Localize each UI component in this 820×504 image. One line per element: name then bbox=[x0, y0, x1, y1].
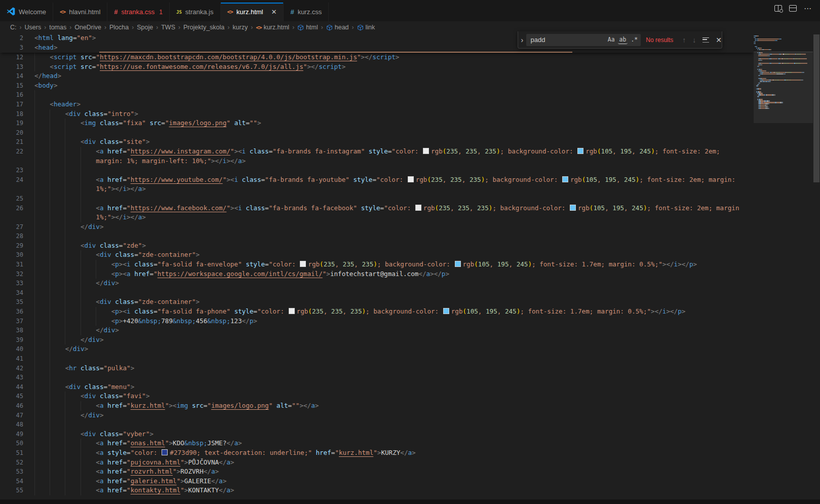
line-number[interactable]: 47 bbox=[0, 411, 23, 420]
color-swatch[interactable] bbox=[570, 205, 576, 211]
code-line-33[interactable]: 33 </div> bbox=[0, 279, 754, 288]
line-number[interactable]: 14 bbox=[0, 71, 23, 81]
code-line-23[interactable]: 23 bbox=[0, 166, 754, 175]
code-line-19[interactable]: 19 <img class="fixa" src="images/logo.pn… bbox=[0, 119, 754, 128]
color-swatch[interactable] bbox=[408, 176, 414, 182]
line-number[interactable]: 30 bbox=[0, 250, 23, 260]
breadcrumb-item-link[interactable]: link bbox=[357, 24, 375, 31]
line-number[interactable]: 27 bbox=[0, 222, 23, 232]
line-number[interactable]: 40 bbox=[0, 344, 23, 354]
code-editor[interactable]: 12 <script src="https://maxcdn.bootstrap… bbox=[0, 33, 820, 504]
toggle-panel-icon[interactable] bbox=[789, 5, 797, 12]
line-number[interactable]: 52 bbox=[0, 458, 23, 468]
line-number[interactable]: 17 bbox=[0, 100, 23, 109]
code-line-wrap[interactable]: 1%;"></i></a> bbox=[0, 184, 754, 194]
tab-kurz.css[interactable]: #kurz.css bbox=[284, 3, 329, 21]
line-number[interactable]: 46 bbox=[0, 401, 23, 411]
code-line-20[interactable]: 20 bbox=[0, 128, 754, 138]
line-number[interactable]: 32 bbox=[0, 269, 23, 279]
code-line-39[interactable]: 39 </div> bbox=[0, 335, 754, 345]
line-number[interactable]: 20 bbox=[0, 128, 23, 138]
line-number[interactable]: 35 bbox=[0, 297, 23, 307]
code-line-34[interactable]: 34 bbox=[0, 288, 754, 298]
line-number[interactable]: 48 bbox=[0, 420, 23, 430]
code-line-22[interactable]: 22 <a href="https://www.instagram.com/">… bbox=[0, 147, 754, 157]
code-line-wrap[interactable]: margin: 1%; margin-left: 10%;"></i></a> bbox=[0, 157, 754, 166]
code-line-53[interactable]: 53 <a href="rozvrh.html">ROZVRH</a> bbox=[0, 467, 754, 477]
line-number[interactable]: 43 bbox=[0, 373, 23, 382]
code-line-48[interactable]: 48 bbox=[0, 420, 754, 430]
code-line-27[interactable]: 27 </div> bbox=[0, 222, 754, 232]
code-line-51[interactable]: 51 <a style="color: #273d90; text-decora… bbox=[0, 448, 754, 458]
more-actions-icon[interactable]: ⋯ bbox=[804, 6, 812, 11]
find-input-box[interactable]: Aa ab .* bbox=[526, 34, 641, 46]
code-line-38[interactable]: 38 </div> bbox=[0, 326, 754, 335]
color-swatch[interactable] bbox=[455, 261, 461, 267]
code-line-47[interactable]: 47 </div> bbox=[0, 411, 754, 420]
line-number[interactable]: 49 bbox=[0, 430, 23, 439]
code-line-43[interactable]: 43 bbox=[0, 373, 754, 382]
line-number[interactable]: 3 bbox=[0, 43, 23, 53]
breadcrumb-item-Users[interactable]: Users bbox=[25, 24, 42, 31]
breadcrumb-item-kurz.html[interactable]: <>kurz.html bbox=[256, 24, 289, 31]
code-line-26[interactable]: 26 <a href="https://www.facebook.com/"><… bbox=[0, 204, 754, 213]
breadcrumb-item-TWS[interactable]: TWS bbox=[161, 24, 175, 31]
code-line-29[interactable]: 29 <div class="zde"> bbox=[0, 241, 754, 251]
close-tab-icon[interactable]: ✕ bbox=[271, 9, 277, 15]
code-line-42[interactable]: 42 <hr class="pulka"> bbox=[0, 364, 754, 373]
line-number[interactable]: 34 bbox=[0, 288, 23, 298]
find-input[interactable] bbox=[530, 35, 595, 44]
breadcrumb-item-Projekty-skola[interactable]: Projekty_skola bbox=[183, 24, 224, 31]
code-line-31[interactable]: 31 <p><i class="fa-solid fa-envelope" st… bbox=[0, 260, 754, 269]
line-number[interactable]: 42 bbox=[0, 364, 23, 373]
close-find-icon[interactable]: ✕ bbox=[716, 36, 722, 44]
tab-kurz.html[interactable]: <>kurz.html✕ bbox=[221, 3, 284, 21]
line-number[interactable]: 41 bbox=[0, 354, 23, 364]
match-case-icon[interactable]: Aa bbox=[606, 35, 616, 44]
line-number[interactable]: 31 bbox=[0, 260, 23, 269]
line-number[interactable]: 12 bbox=[0, 53, 23, 62]
code-line-55[interactable]: 55 <a href="kontakty.html">KONTAKTY</a> bbox=[0, 486, 754, 495]
next-match-icon[interactable]: ↓ bbox=[692, 36, 696, 44]
line-number[interactable]: 24 bbox=[0, 175, 23, 185]
code-line-44[interactable]: 44 <div class="menu"> bbox=[0, 382, 754, 392]
line-number[interactable]: 23 bbox=[0, 166, 23, 175]
code-line-32[interactable]: 32 <p><a href="https://workspace.google.… bbox=[0, 269, 754, 279]
line-number[interactable]: 33 bbox=[0, 279, 23, 288]
code-line-24[interactable]: 24 <a href="https://www.youtube.com/"><i… bbox=[0, 175, 754, 185]
line-number[interactable]: 2 bbox=[0, 33, 23, 43]
line-number[interactable]: 19 bbox=[0, 119, 23, 128]
split-editor-icon[interactable] bbox=[774, 5, 782, 12]
code-line-13[interactable]: 13 <script src="https://use.fontawesome.… bbox=[0, 62, 754, 72]
scrollbar-thumb[interactable] bbox=[813, 34, 819, 182]
breadcrumb-item-tomas[interactable]: tomas bbox=[49, 24, 66, 31]
code-line-25[interactable]: 25 bbox=[0, 194, 754, 204]
line-number[interactable]: 53 bbox=[0, 467, 23, 477]
code-line-36[interactable]: 36 <p><i class="fa-solid fa-phone" style… bbox=[0, 307, 754, 317]
line-number[interactable]: 18 bbox=[0, 109, 23, 119]
code-line-49[interactable]: 49 <div class="vyber"> bbox=[0, 430, 754, 439]
line-number[interactable]: 21 bbox=[0, 137, 23, 147]
tab-stranka.js[interactable]: JSstranka.js bbox=[170, 3, 220, 21]
color-swatch[interactable] bbox=[443, 308, 449, 314]
code-area[interactable]: 12 <script src="https://maxcdn.bootstrap… bbox=[0, 53, 754, 495]
line-number[interactable]: 51 bbox=[0, 448, 23, 458]
breadcrumb-item-C-[interactable]: C: bbox=[10, 24, 17, 31]
code-line-21[interactable]: 21 <div class="site"> bbox=[0, 137, 754, 147]
code-line-wrap[interactable]: 1%;"></i></a> bbox=[0, 213, 754, 222]
code-line-37[interactable]: 37 <p>+420&nbsp;789&nbsp;456&nbsp;123</p… bbox=[0, 317, 754, 326]
previous-match-icon[interactable]: ↑ bbox=[682, 36, 686, 44]
regex-icon[interactable]: .* bbox=[629, 35, 639, 44]
toggle-replace-chevron-icon[interactable]: › bbox=[518, 31, 526, 48]
line-number[interactable]: 44 bbox=[0, 382, 23, 392]
color-swatch[interactable] bbox=[415, 205, 421, 211]
code-line-17[interactable]: 17 <header> bbox=[0, 100, 754, 109]
line-number[interactable]: 36 bbox=[0, 307, 23, 317]
code-line-12[interactable]: 12 <script src="https://maxcdn.bootstrap… bbox=[0, 53, 754, 62]
line-number[interactable]: 22 bbox=[0, 147, 23, 157]
code-line-50[interactable]: 50 <a href="onas.html">KDO&nbsp;JSME?</a… bbox=[0, 439, 754, 448]
whole-word-icon[interactable]: ab bbox=[618, 35, 628, 44]
minimap-slider[interactable] bbox=[754, 52, 813, 123]
code-line-28[interactable]: 28 bbox=[0, 231, 754, 241]
breadcrumb-item-html[interactable]: html bbox=[297, 24, 318, 31]
